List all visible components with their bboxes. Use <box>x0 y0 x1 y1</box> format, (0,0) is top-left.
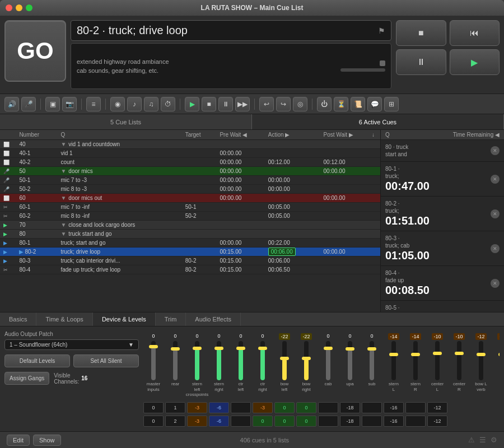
target-btn[interactable]: ◎ <box>293 97 307 111</box>
show-button[interactable]: Show <box>33 435 61 446</box>
fader-handle[interactable] <box>411 353 420 356</box>
fader-track[interactable] <box>457 341 461 380</box>
fader-handle[interactable] <box>346 347 354 351</box>
active-cue-item[interactable]: 80-1 ·truck; 00:47.00 ✕ <box>381 162 504 197</box>
window-buttons[interactable] <box>6 4 32 11</box>
bottom-tab-audio-effects[interactable]: Audio Effects <box>186 312 241 326</box>
input-cell[interactable]: -6 <box>209 402 229 413</box>
tab-cue-lists[interactable]: 5 Cue Lists <box>0 114 252 129</box>
input-cell[interactable]: -16 <box>384 402 404 413</box>
table-row[interactable]: 🎤 50-1 mic 7 to -3 00:00.00 00:00.00 <box>0 176 380 185</box>
input-cell[interactable]: 2 <box>165 416 185 427</box>
fader-handle[interactable] <box>258 347 267 350</box>
fader-handle[interactable] <box>236 347 245 350</box>
rewind-button[interactable]: ⏮ <box>450 20 500 46</box>
fader-track[interactable] <box>239 341 243 380</box>
music-button[interactable]: ♫ <box>144 97 158 111</box>
fader-handle[interactable] <box>302 357 311 360</box>
fader-track[interactable] <box>435 341 440 380</box>
input-cell[interactable]: -6 <box>209 416 229 427</box>
input-cell[interactable]: -3 <box>187 416 207 427</box>
input-cell[interactable]: -3 <box>253 402 273 413</box>
eq-button[interactable]: ≡ <box>86 97 101 111</box>
redo-btn[interactable]: ↪ <box>276 97 291 111</box>
fader-handle[interactable] <box>171 347 180 351</box>
bottom-tab-time-and-loops[interactable]: Time & Loops <box>36 312 92 326</box>
fader-handle[interactable] <box>280 357 289 360</box>
input-cell[interactable] <box>231 416 251 427</box>
col-action[interactable]: Action ▶ <box>265 130 320 140</box>
input-cell[interactable]: -12 <box>427 402 447 413</box>
table-row[interactable]: ⬜ 40-2 count 00:00.00 00:12.00 00:12.00 <box>0 158 380 167</box>
input-cell[interactable]: 1 <box>165 402 185 413</box>
col-postwait[interactable]: Post Wait ▶ <box>320 130 368 140</box>
fader-track[interactable] <box>370 341 374 380</box>
table-row[interactable]: ▶ 70 ▼close and lock cargo doors <box>0 221 380 230</box>
fader-track[interactable] <box>348 341 352 380</box>
go-button[interactable]: GO <box>4 20 66 82</box>
fader-track[interactable] <box>173 341 178 380</box>
col-prewait[interactable]: Pre Wait ◀ <box>216 130 264 140</box>
bottom-tab-device-and-levels[interactable]: Device & Levels <box>93 312 156 326</box>
mic-toolbar-button[interactable]: 🎤 <box>21 97 36 111</box>
undo-btn[interactable]: ↩ <box>259 97 274 111</box>
audio-patch-select[interactable]: 1 – Soundflower (64ch) ▼ <box>4 339 139 350</box>
minimize-button[interactable] <box>16 4 22 11</box>
fader-track[interactable] <box>304 341 309 380</box>
col-target[interactable]: Target <box>182 130 217 140</box>
fader-handle[interactable] <box>367 347 376 351</box>
active-cue-close-btn[interactable]: ✕ <box>491 279 500 288</box>
active-cue-item[interactable]: 80-2 ·truck; 01:51.00 ✕ <box>381 197 504 231</box>
fader-handle[interactable] <box>433 352 442 355</box>
active-cue-close-btn[interactable]: ✕ <box>491 146 500 155</box>
fader-track[interactable] <box>195 341 199 380</box>
camera-button[interactable]: 📷 <box>62 97 77 111</box>
maximize-button[interactable] <box>26 4 32 11</box>
table-row[interactable]: ⬜ 60 ▼door mics out 00:00.00 00:00.00 <box>0 194 380 203</box>
active-cue-close-btn[interactable]: ✕ <box>491 244 500 253</box>
input-cell[interactable]: -3 <box>187 402 207 413</box>
input-cell[interactable]: -18 <box>340 402 360 413</box>
table-row[interactable]: ✂ 60-2 mic 8 to -inf 50-2 00:05.00 <box>0 212 380 221</box>
fader-handle[interactable] <box>149 345 158 348</box>
clock-button[interactable]: ⏱ <box>161 97 175 111</box>
set-all-silent-btn[interactable]: Set All Silent <box>73 354 139 367</box>
play-toolbar-btn[interactable]: ▶ <box>185 97 199 111</box>
fader-track[interactable] <box>151 341 156 380</box>
bottom-tab-trim[interactable]: Trim <box>156 312 186 326</box>
fader-handle[interactable] <box>214 347 223 350</box>
fader-track[interactable] <box>217 341 221 380</box>
input-cell[interactable]: 0 <box>274 416 295 427</box>
fader-track[interactable] <box>479 341 483 380</box>
input-cell[interactable]: -12 <box>427 416 447 427</box>
table-row[interactable]: ▶ ▶80-2 truck; drive loop 00:15.00 00:06… <box>0 248 380 256</box>
input-cell[interactable]: 0 <box>143 416 164 427</box>
table-row[interactable]: ✂ 80-4 fade up truck; drive loop 80-2 00… <box>0 265 380 274</box>
table-row[interactable]: 🎤 50 ▼door mics 00:00.00 00:00.00 <box>0 167 380 176</box>
default-levels-btn[interactable]: Default Levels <box>4 354 70 367</box>
input-cell[interactable]: -18 <box>340 416 360 427</box>
fader-track[interactable] <box>413 341 418 380</box>
table-row[interactable]: ⬜ 40 ▼vid 1 and countdown <box>0 140 380 149</box>
play-button[interactable]: ▶ <box>450 49 500 75</box>
input-cell[interactable]: 0 <box>253 416 273 427</box>
volume-button[interactable]: 🔊 <box>4 97 19 111</box>
fader-track[interactable] <box>260 341 265 380</box>
col-q[interactable]: Q <box>57 130 181 140</box>
fader-track[interactable] <box>326 341 330 380</box>
fader-track[interactable] <box>282 341 287 380</box>
table-row[interactable]: ▶ 80 ▼truck start and go <box>0 230 380 239</box>
pause-toolbar-btn[interactable]: ⏸ <box>218 97 233 111</box>
settings-button[interactable]: ◉ <box>110 97 125 111</box>
input-cell[interactable]: 0 <box>274 402 295 413</box>
table-row[interactable]: ✂ 60-1 mic 7 to -inf 50-1 00:05.00 <box>0 203 380 212</box>
active-cue-item[interactable]: 80-4 ·fade up 00:08.50 ✕ <box>381 266 504 301</box>
fader-track[interactable] <box>391 341 396 380</box>
fader-handle[interactable] <box>389 353 398 356</box>
fader-handle[interactable] <box>498 353 500 356</box>
fader-handle[interactable] <box>455 352 464 355</box>
input-cell[interactable] <box>318 416 338 427</box>
power-btn[interactable]: ⏻ <box>317 97 332 111</box>
stop-toolbar-btn[interactable]: ■ <box>202 97 216 111</box>
bottom-tab-basics[interactable]: Basics <box>0 312 36 326</box>
